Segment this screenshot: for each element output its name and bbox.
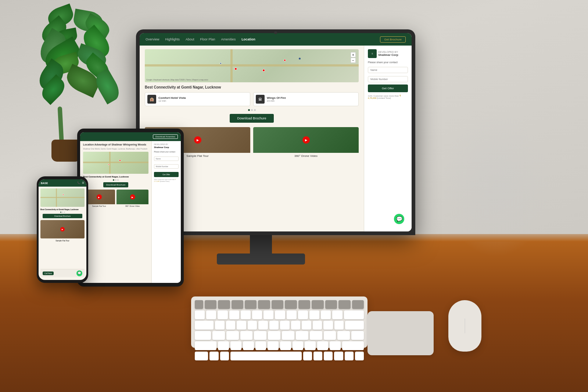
nav-highlights[interactable]: Highlights [165, 37, 180, 41]
nav-floor-plan[interactable]: Floor Plan [200, 37, 215, 41]
key-p [313, 321, 322, 330]
tablet-name-input[interactable] [154, 157, 179, 161]
key-q [215, 321, 225, 330]
map-placeholder: + − Google | Keyboard shortcuts | Map da… [145, 49, 359, 82]
get-offer-button[interactable]: Get Offer [368, 84, 408, 92]
phone-dot-1[interactable] [60, 212, 61, 213]
mobile-input[interactable] [368, 76, 408, 82]
key-w [226, 321, 236, 330]
key-f11 [338, 300, 350, 309]
tablet-download-brochure-btn[interactable]: Download Brochure [103, 182, 129, 187]
developer-info: S DEVELOPED BY Shalimar Corp [368, 49, 408, 58]
tablet-contact-prompt: Please share your contact [154, 151, 179, 153]
map-pin-shalimar [262, 69, 265, 72]
tablet-play-drone[interactable]: ▶ [130, 194, 135, 199]
phone-nav-icons: 📞 ☰ [77, 181, 84, 184]
key-e [237, 321, 246, 330]
key-6 [263, 310, 273, 319]
place-icon-2: 🏛 [256, 95, 265, 104]
key-quote [351, 331, 364, 340]
nav-amenities[interactable]: Amenities [221, 37, 236, 41]
key-cmd-r [303, 352, 312, 360]
phone-dot-2[interactable] [62, 212, 63, 213]
keyboard-row-4 [195, 331, 364, 340]
download-brochure-button[interactable]: Download Brochure [230, 114, 273, 123]
key-f2 [218, 300, 230, 309]
key-o [302, 321, 311, 330]
phone-slider-dots [40, 212, 85, 213]
key-f1 [205, 300, 216, 309]
trackpad[interactable] [368, 311, 434, 355]
developer-logo: S [368, 49, 377, 58]
tablet-dev-label: DEVELOPED BY [154, 143, 179, 145]
key-minus [321, 310, 331, 319]
video-thumbnail-drone[interactable]: ▶ [253, 127, 359, 153]
keyboard-row-6 [195, 352, 364, 360]
tablet-nav: Download Amenities [80, 132, 181, 141]
name-input[interactable] [368, 67, 408, 73]
tablet-sidebar: DEVELOPED BY Shalimar Corp Please share … [151, 141, 181, 283]
play-button-flat-tour[interactable]: ▶ [194, 136, 201, 144]
key-equal [332, 310, 342, 319]
tablet-mobile-input[interactable] [154, 164, 179, 169]
key-semicolon [337, 331, 350, 340]
phone-video[interactable]: ▶ [40, 220, 85, 238]
map-zoom-in[interactable]: + [351, 52, 356, 57]
phone-call-button[interactable]: Call Now [43, 271, 54, 275]
key-up [334, 352, 343, 360]
phone-download-btn[interactable]: Download Brochure [43, 214, 82, 218]
tablet-videos: ▶ Sample Flat Tour ▶ 360° Drone Video [83, 190, 148, 207]
map-pin-eurokids [299, 58, 301, 60]
key-shift-l [195, 341, 216, 350]
tablet-dot-1[interactable] [113, 179, 114, 181]
key-bracket-l [323, 321, 333, 330]
phone-whatsapp-btn[interactable]: 💬 [76, 270, 82, 276]
key-n [280, 341, 291, 350]
phone-device: BASE 📞 ☰ Best Connectivity at Gomti Naga… [37, 176, 88, 283]
tablet-dot-3[interactable] [117, 179, 119, 181]
nav-location[interactable]: Location [241, 37, 255, 41]
tablet-main-content: Location Advantage of Shalimar Whisperin… [80, 141, 151, 283]
tablet-dot-2[interactable] [115, 179, 116, 181]
slider-dot-2[interactable] [251, 109, 253, 111]
key-f10 [325, 300, 337, 309]
nav-overview[interactable]: Overview [146, 37, 159, 41]
site-navigation: Overview Highlights About Floor Plan Ame… [140, 33, 412, 46]
phone-play-btn[interactable]: ▶ [60, 227, 65, 231]
map-pin-hospital [234, 68, 237, 70]
get-brochure-button[interactable]: Get Brochure [380, 36, 406, 43]
monitor-camera [274, 31, 277, 34]
savings-text: 119+ Customer save more than ₹ 2,75,000 … [368, 94, 408, 99]
phone-menu-icon: ☰ [82, 181, 84, 184]
whatsapp-button[interactable]: 💬 [394, 214, 404, 224]
key-period [317, 341, 328, 350]
tablet-get-offer-btn[interactable]: Get Offer [154, 172, 179, 177]
slider-dot-3[interactable] [254, 109, 256, 111]
tablet-video-drone: ▶ 360° Drone Video [116, 190, 148, 207]
place-name-1: Comfort Hotel Vista [158, 96, 248, 100]
key-left [324, 352, 333, 360]
key-1 [206, 310, 216, 319]
key-t [258, 321, 268, 330]
key-alt-l [209, 352, 218, 360]
map-zoom-controls: + − [351, 52, 356, 63]
slider-dot-1[interactable] [248, 109, 250, 111]
tablet-video-thumb-drone[interactable]: ▶ [116, 190, 148, 204]
place-icon-1: 🏨 [147, 95, 156, 104]
phone-dot-3[interactable] [64, 212, 65, 213]
key-7 [275, 310, 285, 319]
key-2 [218, 310, 227, 319]
tablet-download-amenities-btn[interactable]: Download Amenities [153, 134, 178, 139]
tablet-play-flat[interactable]: ▶ [97, 194, 102, 199]
place-name-2: Wings Of Fire [267, 96, 356, 100]
nav-about[interactable]: About [186, 37, 194, 41]
tablet-device: Download Amenities Location Advantage of… [77, 129, 184, 287]
key-4 [241, 310, 251, 319]
key-b [268, 341, 279, 350]
nav-links: Overview Highlights About Floor Plan Ame… [146, 37, 255, 41]
tablet-dev-name: Shalimar Corp [154, 146, 179, 148]
key-s [226, 331, 239, 340]
play-button-drone[interactable]: ▶ [302, 136, 310, 144]
map-zoom-out[interactable]: − [351, 58, 356, 63]
place-info-2: Wings Of Fire 23 min [267, 96, 356, 102]
